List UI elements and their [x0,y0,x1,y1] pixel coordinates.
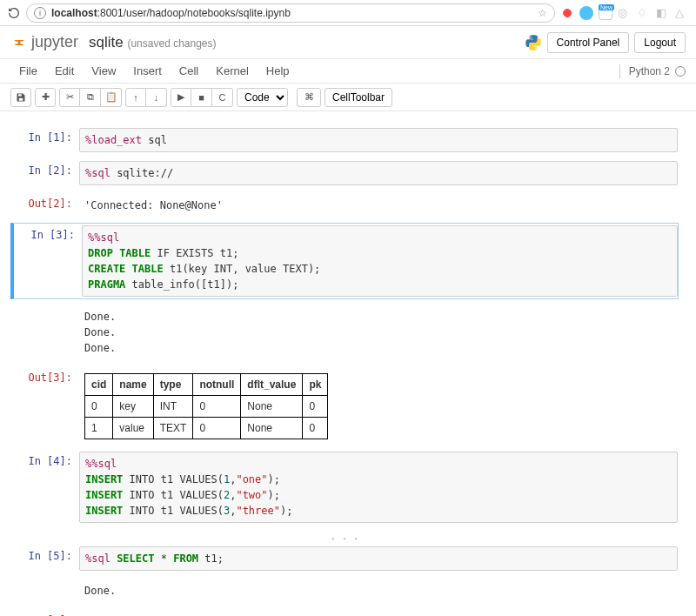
table-row: 1valueTEXT0None0 [85,418,328,439]
menu-edit[interactable]: Edit [46,61,83,81]
svg-point-0 [18,41,21,44]
menu-cell[interactable]: Cell [171,61,207,81]
site-info-icon[interactable]: i [34,7,46,19]
menu-help[interactable]: Help [258,61,298,81]
url-bar[interactable]: i localhost:8001/user/hadoop/notebooks/s… [26,3,555,23]
table-header: dflt_value [241,374,303,396]
notebook-container: In [1]:%load_ext sqlIn [2]:%sql sqlite:/… [0,111,696,616]
kernel-indicator: Python 2 [619,64,686,78]
in-prompt: In [2]: [11,161,79,185]
table-cell: 0 [303,396,328,418]
in-prompt: In [4]: [11,452,79,523]
menu-file[interactable]: File [10,61,46,81]
copy-button[interactable]: ⧉ [80,88,101,107]
table-header: cid [85,374,113,396]
bookmark-star-icon[interactable]: ☆ [538,7,547,19]
table-cell: key [113,396,153,418]
save-status: (unsaved changes) [127,37,216,50]
save-button[interactable] [10,88,31,107]
empty-prompt [11,579,79,602]
menu-insert[interactable]: Insert [124,61,171,81]
cell-toolbar-button[interactable]: CellToolbar [325,88,392,107]
table-cell: INT [153,396,193,418]
jupyter-logo-icon [10,34,28,51]
notebook-title[interactable]: sqlite (unsaved changes) [89,34,217,51]
python-logo-icon [525,34,542,51]
paste-button[interactable]: 📋 [101,88,122,107]
table-cell: 0 [85,396,113,418]
code-cell[interactable]: In [2]:%sql sqlite:// [10,158,679,188]
in-prompt: In [5]: [11,546,79,571]
run-button[interactable]: ▶ [171,88,191,107]
table-header: pk [303,374,328,396]
kernel-status-icon [675,66,686,77]
table-cell: None [241,396,303,418]
extension-icon[interactable]: New [599,6,612,20]
table-cell: None [241,418,303,439]
extension-icon[interactable] [579,6,593,20]
in-prompt: In [3]: [14,225,82,297]
menu-bar: FileEditViewInsertCellKernelHelp Python … [0,59,696,84]
table-row: 0keyINT0None0 [85,396,328,418]
move-up-button[interactable]: ↑ [125,88,146,107]
svg-point-2 [535,47,537,49]
code-input[interactable]: %%sql DROP TABLE IF EXISTS t1; CREATE TA… [82,225,678,297]
empty-prompt [11,305,79,359]
table-cell: TEXT [153,418,193,439]
code-cell[interactable]: In [5]:%sql SELECT * FROM t1; [10,544,679,573]
code-cell[interactable]: In [4]:%%sql INSERT INTO t1 VALUES(1,"on… [10,449,679,526]
out-prompt: Out[2]: [11,194,79,217]
table-header: name [113,374,153,396]
cut-button[interactable]: ✂ [59,88,80,107]
extension-icons: New ◎ ♢ ◧ △ [560,6,689,20]
extension-icon-disabled[interactable]: ♢ [637,6,651,20]
out-prompt: Out[5]: [11,611,79,616]
code-cell[interactable]: In [1]:%load_ext sql [10,125,679,155]
logout-button[interactable]: Logout [634,32,686,53]
reload-icon[interactable] [7,6,21,20]
command-palette-button[interactable]: ⌘ [297,88,321,107]
table-cell: 1 [85,418,113,439]
toolbar: ✚ ✂ ⧉ 📋 ↑ ↓ ▶ ■ C Code ⌘ CellToolbar [0,84,696,111]
browser-toolbar: i localhost:8001/user/hadoop/notebooks/s… [0,0,696,26]
out-prompt: Out[3]: [11,368,79,443]
restart-button[interactable]: C [212,88,233,107]
code-input[interactable]: %load_ext sql [79,128,678,152]
table-header: notnull [193,374,241,396]
menu-kernel[interactable]: Kernel [207,61,258,81]
code-input[interactable]: %%sql INSERT INTO t1 VALUES(1,"one"); IN… [79,452,678,523]
url-host: localhost:8001/user/hadoop/notebooks/sql… [51,7,291,19]
output-truncated: . . . [10,529,679,544]
extension-icon-disabled[interactable]: ◎ [618,6,632,20]
interrupt-button[interactable]: ■ [191,88,212,107]
jupyter-logo[interactable]: jupyter [10,33,78,51]
code-input[interactable]: %sql SELECT * FROM t1; [79,546,678,571]
code-input[interactable]: %sql sqlite:// [79,161,678,185]
result-table: cidnametypenotnulldflt_valuepk0keyINT0No… [84,373,328,439]
svg-point-1 [530,36,532,37]
move-down-button[interactable]: ↓ [146,88,167,107]
extension-icon[interactable] [560,6,574,20]
extension-icon-disabled[interactable]: ◧ [656,6,670,20]
stdout-output: Done.Done.Done. [79,305,678,359]
cell-type-select[interactable]: Code [237,88,288,107]
extension-icon-disabled[interactable]: △ [675,6,689,20]
notebook-header: jupyter sqlite (unsaved changes) Control… [0,26,696,59]
control-panel-button[interactable]: Control Panel [547,32,630,53]
menu-view[interactable]: View [83,61,124,81]
in-prompt: In [1]: [11,128,79,152]
add-cell-button[interactable]: ✚ [35,88,56,107]
table-cell: 0 [193,418,241,439]
kernel-name: Python 2 [629,65,670,77]
table-header: type [153,374,193,396]
table-cell: 0 [193,396,241,418]
jupyter-logo-text: jupyter [31,33,78,51]
table-cell: value [113,418,153,439]
code-cell[interactable]: In [3]:%%sql DROP TABLE IF EXISTS t1; CR… [10,223,679,299]
text-output: 'Connected: None@None' [79,194,678,217]
table-cell: 0 [303,418,328,439]
stdout-output: Done. [79,579,678,602]
